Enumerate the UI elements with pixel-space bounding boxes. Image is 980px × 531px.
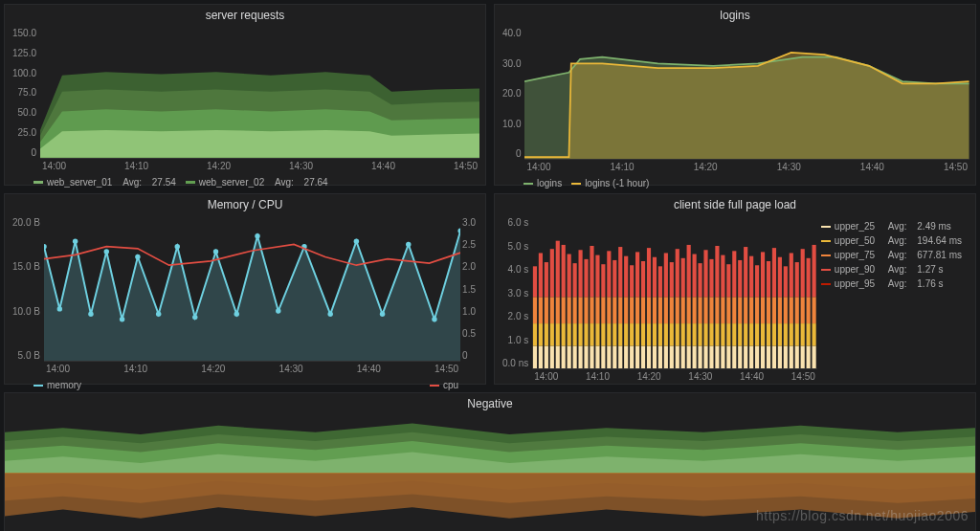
svg-rect-173	[749, 346, 753, 368]
svg-rect-28	[539, 253, 543, 297]
svg-rect-76	[607, 251, 611, 297]
svg-rect-50	[573, 323, 577, 345]
svg-rect-176	[749, 256, 753, 298]
svg-rect-26	[539, 323, 543, 345]
svg-rect-102	[647, 323, 651, 345]
legend-item[interactable]: memory	[33, 380, 81, 390]
svg-rect-57	[585, 346, 589, 368]
svg-rect-128	[681, 258, 685, 298]
svg-point-7	[156, 312, 161, 317]
svg-rect-122	[676, 323, 679, 345]
svg-point-11	[234, 312, 238, 317]
svg-point-5	[120, 317, 124, 321]
x-axis: 14:00 14:10 14:20 14:30 14:40 14:50	[524, 160, 969, 172]
svg-rect-142	[704, 323, 708, 345]
svg-rect-174	[749, 323, 753, 345]
x-axis: 14:00 14:10 14:20 14:30 14:40 14:50	[40, 159, 479, 171]
chart-area[interactable]	[5, 412, 975, 531]
svg-rect-101	[647, 346, 651, 368]
panel-title: logins	[495, 5, 975, 24]
svg-point-18	[406, 242, 411, 247]
svg-rect-209	[801, 346, 805, 368]
panel-memory-cpu[interactable]: Memory / CPU 20.0 B 15.0 B 10.0 B 5.0 B	[4, 193, 486, 385]
svg-rect-123	[676, 297, 679, 323]
legend-item[interactable]: upper_95 Avg: 1.76 s	[821, 278, 962, 289]
svg-rect-195	[778, 297, 782, 323]
svg-rect-34	[550, 323, 554, 345]
svg-rect-115	[664, 297, 668, 323]
svg-rect-89	[630, 346, 634, 368]
svg-rect-112	[658, 266, 662, 297]
svg-rect-143	[704, 297, 708, 323]
svg-rect-60	[585, 259, 589, 297]
legend-item[interactable]: cpu	[430, 380, 458, 390]
y-axis-left: 20.0 B 15.0 B 10.0 B 5.0 B	[11, 215, 44, 374]
svg-rect-72	[602, 264, 606, 297]
panel-logins[interactable]: logins 40.0 30.0 20.0 10.0 0	[494, 4, 976, 186]
legend-item[interactable]: upper_25 Avg: 2.49 ms	[821, 221, 962, 232]
svg-rect-161	[732, 346, 736, 368]
legend-item[interactable]: upper_90 Avg: 1.27 s	[821, 264, 962, 275]
svg-rect-106	[653, 323, 657, 345]
legend: upper_25 Avg: 2.49 ms upper_50 Avg: 194.…	[817, 215, 969, 382]
svg-rect-151	[716, 297, 720, 323]
svg-rect-189	[772, 346, 776, 368]
svg-point-9	[192, 315, 197, 320]
svg-rect-208	[795, 262, 799, 297]
svg-rect-134	[693, 323, 697, 345]
svg-point-16	[354, 238, 359, 243]
svg-rect-88	[624, 256, 628, 298]
legend-item[interactable]: logins	[523, 178, 562, 188]
svg-rect-216	[807, 258, 811, 298]
panel-negative[interactable]: Negative	[4, 392, 976, 531]
svg-rect-172	[744, 247, 747, 297]
svg-rect-165	[738, 346, 742, 368]
svg-rect-95	[635, 297, 639, 323]
svg-rect-111	[658, 297, 662, 323]
svg-rect-97	[641, 346, 645, 368]
svg-rect-175	[749, 297, 753, 323]
svg-rect-201	[790, 346, 793, 368]
legend-item[interactable]: web_server_02 Avg: 27.64	[186, 177, 328, 188]
svg-rect-205	[795, 346, 799, 368]
svg-rect-78	[612, 323, 616, 345]
panel-page-load[interactable]: client side full page load 6.0 s 5.0 s 4…	[494, 193, 976, 385]
panel-server-requests[interactable]: server requests 150.0 125.0 100.0 75.0 5…	[4, 4, 486, 186]
svg-rect-160	[726, 264, 730, 297]
svg-rect-121	[676, 346, 679, 368]
legend-item[interactable]: logins (-1 hour)	[571, 178, 649, 188]
svg-rect-219	[813, 297, 816, 323]
svg-rect-192	[772, 248, 776, 297]
svg-rect-184	[761, 252, 765, 297]
legend-item[interactable]: upper_75 Avg: 677.81 ms	[821, 250, 962, 260]
svg-rect-49	[573, 346, 577, 368]
svg-rect-37	[556, 346, 560, 368]
svg-rect-139	[699, 297, 702, 323]
svg-rect-146	[710, 323, 714, 345]
chart-area[interactable]	[44, 215, 460, 362]
chart-area[interactable]	[40, 26, 479, 159]
svg-rect-27	[539, 297, 543, 323]
svg-rect-62	[590, 323, 594, 345]
legend-item[interactable]: upper_50 Avg: 194.64 ms	[821, 235, 962, 246]
svg-rect-47	[568, 297, 571, 323]
y-axis: 150.0 125.0 100.0 75.0 50.0 25.0 0	[11, 26, 40, 171]
svg-rect-43	[562, 297, 566, 323]
svg-rect-147	[710, 297, 714, 323]
svg-rect-214	[807, 323, 811, 345]
svg-rect-90	[630, 323, 634, 345]
svg-rect-94	[635, 323, 639, 345]
svg-rect-198	[784, 323, 788, 345]
svg-point-15	[327, 312, 332, 317]
svg-rect-211	[801, 297, 805, 323]
chart-area[interactable]	[524, 26, 969, 160]
panel-title: Negative	[5, 393, 975, 412]
svg-rect-81	[618, 346, 622, 368]
svg-rect-202	[790, 323, 793, 345]
svg-rect-182	[761, 323, 765, 345]
chart-area[interactable]	[532, 215, 817, 369]
svg-rect-92	[630, 265, 634, 297]
legend-item[interactable]: web_server_01 Avg: 27.54	[33, 177, 176, 188]
svg-rect-74	[607, 323, 611, 345]
svg-rect-125	[681, 346, 685, 368]
